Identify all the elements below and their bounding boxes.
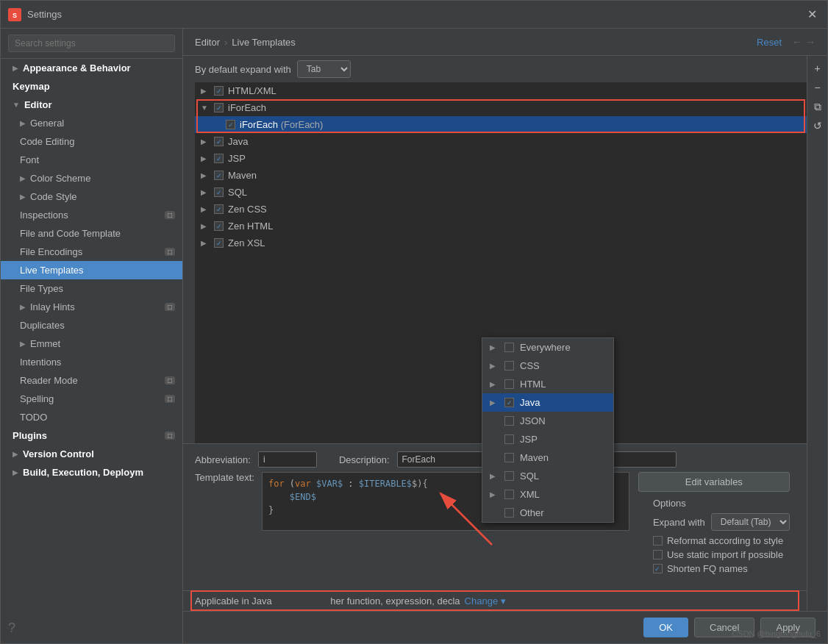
sidebar-item-label: Live Templates: [20, 265, 83, 276]
sidebar-item-label: Build, Execution, Deploym: [23, 467, 143, 478]
expand-with-option-row: Expand with Default (Tab) Tab Enter: [653, 513, 790, 531]
dropdown-item-xml[interactable]: ▶ XML: [482, 485, 613, 504]
dropdown-item-maven[interactable]: Maven: [482, 448, 613, 467]
checkbox-jsp-dd[interactable]: [504, 434, 514, 444]
checkbox-iforeach-item[interactable]: [226, 120, 235, 129]
dropdown-item-everywhere[interactable]: ▶ Everywhere: [482, 338, 613, 357]
checkbox-maven[interactable]: [214, 171, 224, 180]
sidebar-item-emmet[interactable]: ▶ Emmet: [1, 334, 182, 353]
tree-item-zen-css[interactable]: ▶ Zen CSS: [195, 201, 807, 218]
sidebar-item-version-control[interactable]: ▶ Version Control: [1, 445, 182, 463]
sidebar-item-live-templates[interactable]: Live Templates: [1, 261, 182, 279]
checkbox-html-xml[interactable]: [214, 86, 224, 96]
tree-item-html-xml[interactable]: ▶ HTML/XML: [195, 82, 807, 99]
checkbox-maven-dd[interactable]: [504, 453, 514, 462]
checkbox-zen-xsl[interactable]: [214, 238, 224, 248]
tree-item-sql[interactable]: ▶ SQL: [195, 184, 807, 201]
checkbox-sql-dd[interactable]: [504, 471, 514, 481]
expand-icon: ▶: [490, 380, 499, 388]
dropdown-item-html[interactable]: ▶ HTML: [482, 375, 613, 393]
dropdown-label: SQL: [520, 471, 539, 482]
checkbox-java[interactable]: [214, 137, 224, 146]
inspections-badge: □: [165, 211, 175, 219]
sidebar-item-code-style[interactable]: ▶ Code Style: [1, 187, 182, 206]
checkbox-reformat[interactable]: [653, 536, 663, 545]
reset-button[interactable]: Reset: [757, 37, 782, 48]
checkbox-iforeach[interactable]: [214, 103, 224, 112]
sidebar-item-inlay-hints[interactable]: ▶ Inlay Hints □: [1, 298, 182, 316]
forward-arrow[interactable]: →: [805, 36, 815, 48]
back-arrow[interactable]: ←: [792, 36, 802, 48]
checkbox-jsp[interactable]: [214, 154, 224, 163]
sidebar-item-inspections[interactable]: Inspections □: [1, 206, 182, 224]
dropdown-item-sql[interactable]: ▶ SQL: [482, 467, 613, 485]
ok-button[interactable]: OK: [643, 618, 688, 637]
sidebar-item-intentions[interactable]: Intentions: [1, 353, 182, 371]
iforeach-group: ▼ iForEach iForEach (ForEach): [195, 99, 807, 133]
checkbox-static[interactable]: [653, 550, 663, 559]
expand-icon: ▶: [13, 450, 18, 458]
sidebar-item-spelling[interactable]: Spelling □: [1, 390, 182, 408]
tree-item-iforeach-item[interactable]: iForEach (ForEach): [195, 116, 807, 133]
tree-item-java[interactable]: ▶ Java: [195, 133, 807, 150]
sidebar-item-keymap[interactable]: Keymap: [1, 77, 182, 96]
tree-item-maven[interactable]: ▶ Maven: [195, 167, 807, 184]
sidebar-item-todo[interactable]: TODO: [1, 408, 182, 426]
help-button[interactable]: ?: [8, 620, 15, 635]
sidebar-item-label: TODO: [20, 412, 47, 423]
checkbox-shorten[interactable]: [653, 564, 663, 573]
dropdown-item-java[interactable]: ▶ Java: [482, 393, 613, 412]
close-button[interactable]: ✕: [804, 7, 820, 21]
sidebar-item-font[interactable]: Font: [1, 151, 182, 169]
edit-variables-button[interactable]: Edit variables: [638, 472, 790, 492]
sidebar-item-label: Code Editing: [20, 136, 74, 147]
tree-item-zen-xsl[interactable]: ▶ Zen XSL: [195, 235, 807, 251]
copy-template-button[interactable]: ⧉: [810, 99, 826, 115]
checkbox-everywhere[interactable]: [504, 343, 514, 352]
checkbox-zen-html[interactable]: [214, 221, 224, 231]
dropdown-item-css[interactable]: ▶ CSS: [482, 357, 613, 375]
reset-template-button[interactable]: ↺: [810, 118, 826, 134]
expand-with-option-select[interactable]: Default (Tab) Tab Enter: [711, 513, 790, 531]
add-template-button[interactable]: +: [810, 60, 826, 76]
sidebar-item-plugins[interactable]: Plugins □: [1, 426, 182, 445]
expand-icon: ▼: [201, 104, 210, 112]
checkbox-css[interactable]: [504, 361, 514, 371]
dropdown-item-other[interactable]: Other: [482, 504, 613, 522]
sidebar-item-build-execution[interactable]: ▶ Build, Execution, Deploym: [1, 463, 182, 482]
checkbox-sql[interactable]: [214, 187, 224, 197]
sidebar-item-duplicates[interactable]: Duplicates: [1, 316, 182, 334]
tree-item-label: Zen HTML: [228, 221, 273, 232]
tree-item-label: Zen XSL: [228, 237, 265, 248]
search-input[interactable]: [8, 35, 175, 52]
change-link[interactable]: Change ▾: [465, 595, 506, 607]
dropdown-label: Other: [520, 507, 544, 518]
tree-item-iforeach[interactable]: ▼ iForEach: [195, 99, 807, 116]
checkbox-html[interactable]: [504, 379, 514, 389]
sidebar-item-editor[interactable]: ▼ Editor: [1, 96, 182, 114]
checkbox-zen-css[interactable]: [214, 204, 224, 214]
sidebar-item-file-types[interactable]: File Types: [1, 279, 182, 298]
sidebar-item-color-scheme[interactable]: ▶ Color Scheme: [1, 169, 182, 187]
options-title: Options: [653, 498, 790, 509]
checkbox-other[interactable]: [504, 508, 514, 518]
checkbox-xml-dd[interactable]: [504, 490, 514, 499]
sidebar-item-reader-mode[interactable]: Reader Mode □: [1, 371, 182, 390]
sidebar-item-general[interactable]: ▶ General: [1, 114, 182, 132]
dropdown-item-jsp[interactable]: JSP: [482, 430, 613, 448]
expand-with-select[interactable]: Tab Enter Space: [297, 60, 351, 78]
sidebar-item-file-template[interactable]: File and Code Template: [1, 224, 182, 243]
sidebar-item-file-encodings[interactable]: File Encodings □: [1, 243, 182, 261]
sidebar-item-label: Spelling: [20, 393, 54, 404]
remove-template-button[interactable]: −: [810, 79, 826, 96]
checkbox-java-dd[interactable]: [504, 398, 514, 407]
abbreviation-input[interactable]: [258, 451, 317, 468]
window-title: Settings: [27, 9, 804, 20]
sidebar-item-appearance[interactable]: ▶ Appearance & Behavior: [1, 59, 182, 77]
dropdown-item-json[interactable]: JSON: [482, 412, 613, 430]
checkbox-json[interactable]: [504, 416, 514, 426]
applicable-row: Applicable in Java her function, express…: [183, 590, 807, 611]
tree-item-zen-html[interactable]: ▶ Zen HTML: [195, 218, 807, 235]
sidebar-item-code-editing[interactable]: Code Editing: [1, 132, 182, 151]
tree-item-jsp[interactable]: ▶ JSP: [195, 150, 807, 167]
